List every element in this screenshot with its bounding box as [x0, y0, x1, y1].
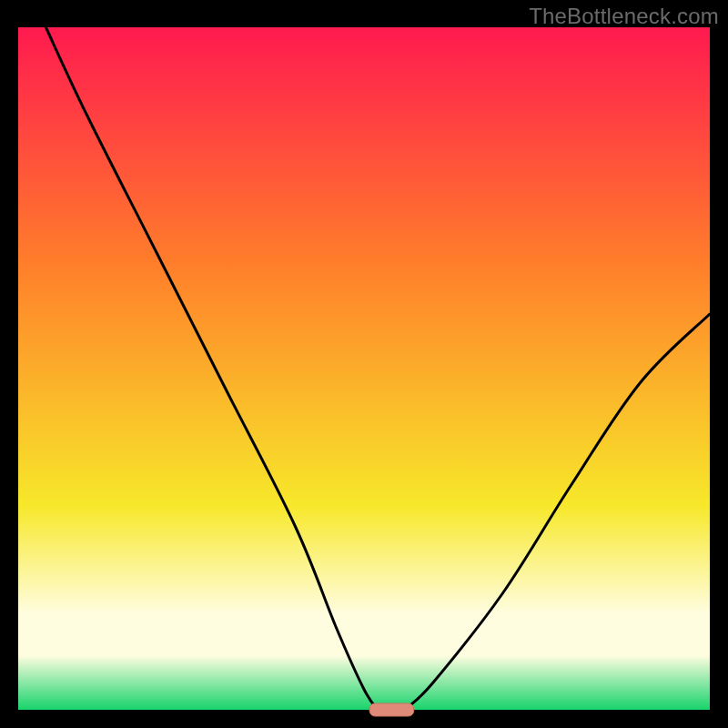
optimum-marker: [369, 703, 414, 716]
bottleneck-chart: [0, 0, 728, 728]
chart-frame: TheBottleneck.com: [0, 0, 728, 728]
plot-background: [18, 27, 710, 710]
